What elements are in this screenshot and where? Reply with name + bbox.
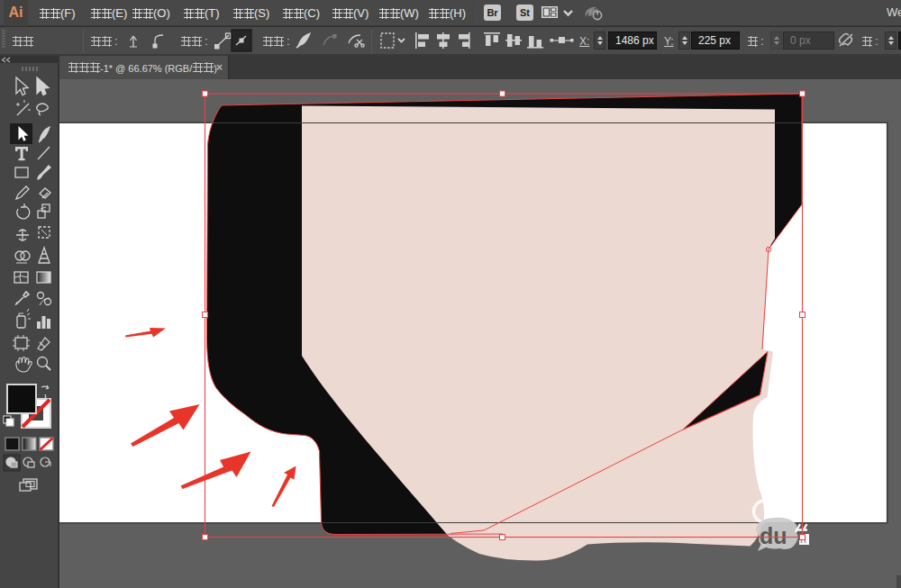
svg-text:du: du [760,523,787,548]
